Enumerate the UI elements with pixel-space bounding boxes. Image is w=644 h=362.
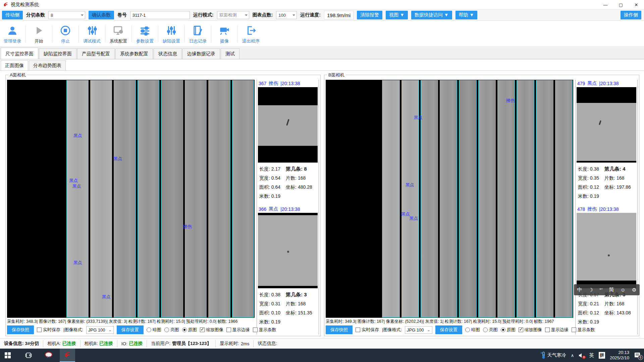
defect-thumbnail (258, 213, 318, 288)
defect-label: 黑点 (73, 260, 82, 266)
defect-card[interactable]: 367 挫伤 |20:13:38 长度: 2.17第几条: 8 宽度: 0.54… (258, 80, 318, 201)
tab-system-param-config[interactable]: 系统参数配置 (115, 48, 153, 59)
show-edge-checkbox[interactable] (545, 327, 550, 332)
taskbar-clock[interactable]: 20:13 2025/2/10 (610, 350, 629, 361)
moon-icon[interactable]: ☽ (589, 287, 593, 293)
capture-button[interactable]: 摄像 (213, 22, 235, 46)
help-menu-button[interactable]: 帮助 ▼ (455, 11, 478, 19)
slit-count-label: 分切条数 (26, 12, 45, 18)
dark-image-radio[interactable] (465, 327, 470, 332)
param-settings-button[interactable]: 参数设置 (134, 22, 156, 46)
bright-image-radio[interactable] (164, 327, 169, 332)
roll-number-input[interactable] (130, 11, 190, 19)
tab-size-monitor[interactable]: 尺寸监控界面 (1, 48, 38, 59)
tab-status-info[interactable]: 状态信息 (154, 48, 182, 59)
image-format-select[interactable]: JPG 100⌄ (405, 326, 432, 334)
defect-label: 黑点 (409, 216, 418, 222)
language-indicator[interactable]: 英 (589, 352, 594, 359)
start-button[interactable] (0, 349, 15, 362)
exit-program-button[interactable]: 退出程序 (240, 22, 262, 46)
defect-card[interactable]: 479 黑点 |20:13:38 长度: 0.38第几条: 4 宽度: 0.35… (577, 80, 636, 201)
icon-label: 调试模式 (83, 38, 101, 44)
display-time: 显示耗时:2ms (216, 340, 254, 347)
icon-label: 开始 (35, 38, 43, 44)
stat-coordinate: 坐标: 143.08 (604, 310, 636, 316)
debug-mode-button[interactable]: 调试模式 (81, 22, 103, 46)
tray-expand-button[interactable]: ∧ (571, 353, 574, 358)
log-record-button[interactable]: 日志记录 (187, 22, 209, 46)
original-image-label: 原图 (188, 327, 197, 333)
volume-muted-button[interactable]: ✕ (579, 353, 584, 358)
punctuation-icon[interactable]: °’ (599, 287, 602, 293)
emoji-icon[interactable]: ☺ (621, 287, 626, 293)
snapshot-button[interactable]: 保存快照 (7, 325, 34, 334)
defect-time: |20:13:38 (280, 81, 300, 86)
data-quick-access-button[interactable]: 数据快捷访问 ▼ (411, 11, 452, 19)
view-menu-button[interactable]: 视图 ▼ (386, 11, 408, 19)
bright-image-label: 亮图 (170, 327, 179, 333)
save-settings-button[interactable]: 保存设置 (435, 325, 462, 334)
defect-card[interactable]: 366 黑点 |20:13:38 长度: 0.38第几条: 3 宽度: 0.31… (258, 205, 318, 326)
close-button[interactable]: ✕ (629, 0, 644, 9)
notification-center-button[interactable]: 6 (634, 352, 641, 358)
original-image-radio[interactable] (182, 327, 187, 332)
bright-image-radio[interactable] (483, 327, 488, 332)
tab-test[interactable]: 测试 (221, 48, 239, 59)
start-button[interactable]: 开始 (28, 22, 50, 46)
show-edge-label: 显示边缘 (232, 327, 250, 333)
realtime-save-checkbox[interactable] (356, 327, 360, 332)
clear-alarm-button[interactable]: 清除报警 (357, 11, 382, 19)
ime-mode-chinese[interactable]: 中 (577, 287, 582, 293)
task-view-button[interactable] (21, 349, 36, 362)
roll-number-label: 卷号 (117, 12, 127, 18)
subtab-front-image[interactable]: 正面图像 (1, 60, 28, 70)
current-user-value: 管理员【123-123】 (172, 341, 211, 347)
divider (184, 25, 185, 42)
defect-card[interactable]: 478 挫伤 |20:13:38 长度: 0.57第几条: 3 宽度: 0.21… (577, 205, 636, 326)
stat-meter: 米数: 0.19 (259, 319, 286, 325)
original-image-radio[interactable] (501, 327, 505, 332)
run-mode-select[interactable]: 双面检测 (217, 11, 249, 19)
operate-side-button[interactable]: 操作侧 (621, 11, 641, 19)
user-icon (7, 24, 18, 37)
slit-count-select[interactable]: 8 (48, 11, 85, 19)
maximize-button[interactable]: ▢ (613, 0, 629, 9)
ime-simplified[interactable]: 简 (609, 287, 614, 293)
panel-a-status-line: 采集耗时: 348.3ㅤ| 图像计数: 167ㅤ| 像素坐标: (333,713… (7, 318, 255, 325)
tab-edge-data-record[interactable]: 边缘数据记录 (182, 48, 220, 59)
drive-side-button[interactable]: 传动侧 (2, 11, 23, 19)
minimize-button[interactable]: — (598, 0, 613, 9)
image-format-select[interactable]: JPG 100⌄ (86, 326, 114, 334)
defect-card-header: 478 挫伤 |20:13:38 (577, 205, 636, 213)
tab-defect-monitor[interactable]: 缺陷监控界面 (39, 48, 76, 59)
subtab-trend-chart[interactable]: 分布趋势图表 (29, 60, 66, 70)
defect-thumbnail (577, 213, 636, 288)
show-strip-count-checkbox[interactable] (253, 327, 258, 332)
log-icon (192, 24, 204, 37)
weather-item[interactable]: 天气寒冷 (541, 352, 566, 359)
defect-type: 挫伤 (269, 80, 278, 86)
show-edge-checkbox[interactable] (226, 327, 231, 332)
tab-product-model-config[interactable]: 产品型号配置 (77, 48, 115, 59)
vision-app-taskbar-button[interactable] (60, 349, 75, 362)
show-strip-count-checkbox[interactable] (572, 327, 576, 332)
chart-points-select[interactable]: 100 (276, 11, 297, 19)
zoom-image-checkbox[interactable] (200, 327, 205, 332)
gear-icon[interactable]: ⚙ (632, 287, 636, 293)
defect-settings-button[interactable]: 缺陷设置 (160, 22, 182, 46)
snipping-tool-button[interactable]: ✂ (41, 349, 56, 362)
defect-mark (286, 119, 289, 125)
divider (78, 25, 79, 42)
ime-toolbar: 中 ☽ °’ 简 ☺ ⚙ (574, 284, 640, 295)
snapshot-button[interactable]: 保存快照 (326, 325, 353, 334)
run-speed-label: 运行速度: (300, 12, 321, 18)
admin-login-button[interactable]: 管理登录 (1, 22, 23, 46)
dark-image-radio[interactable] (147, 327, 151, 332)
system-config-button[interactable]: 系统配置 (107, 22, 129, 46)
ime-pinyin-indicator[interactable]: 拼 (599, 352, 605, 359)
zoom-image-checkbox[interactable] (519, 327, 523, 332)
realtime-save-checkbox[interactable] (37, 327, 42, 332)
save-settings-button[interactable]: 保存设置 (117, 325, 144, 334)
confirm-count-button[interactable]: 确认条数 (89, 11, 114, 19)
stop-button[interactable]: 停止 (54, 22, 76, 46)
